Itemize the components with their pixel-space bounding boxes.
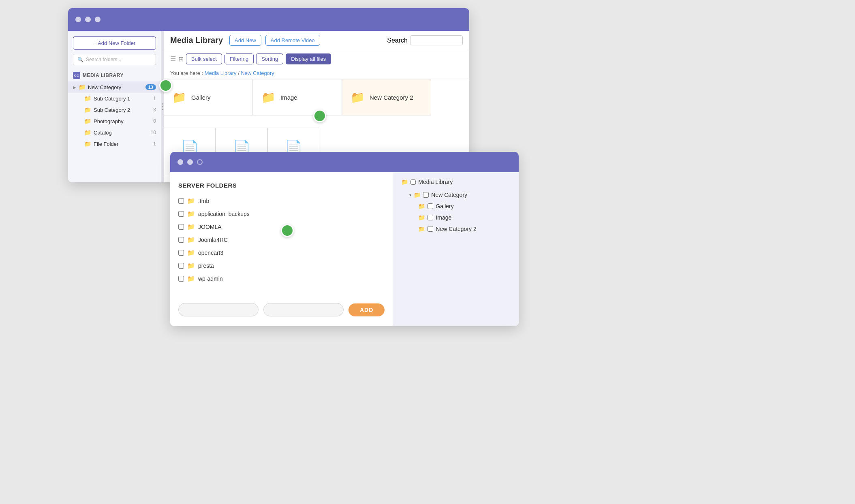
titlebar-1 bbox=[68, 8, 469, 31]
chevron-down-icon: ▾ bbox=[409, 193, 411, 197]
server-folders-window: SERVER FOLDERS 📁 .tmb 📁 application_back… bbox=[170, 152, 519, 326]
window2-body: SERVER FOLDERS 📁 .tmb 📁 application_back… bbox=[170, 172, 519, 326]
folder-new-category[interactable]: ▶ 📁 New Category 13 bbox=[68, 81, 161, 93]
server-item-app-backups[interactable]: 📁 application_backups bbox=[178, 207, 385, 220]
search-label: Search bbox=[387, 37, 408, 44]
search-folders-box[interactable]: 🔍 Search folders... bbox=[73, 54, 156, 65]
subfolder-photography[interactable]: 📁 Photography 0 bbox=[79, 115, 161, 127]
server-item-checkbox[interactable] bbox=[178, 198, 184, 204]
server-item-checkbox[interactable] bbox=[178, 211, 184, 217]
folder-icon: 📁 bbox=[84, 141, 91, 147]
folder-badge: 13 bbox=[145, 84, 156, 90]
folder-icon: 📁 bbox=[414, 192, 421, 198]
subfolder-name: Photography bbox=[94, 118, 146, 124]
media-library-label: CC MEDIA LIBRARY bbox=[68, 69, 161, 81]
subfolder-count: 1 bbox=[149, 141, 156, 147]
item-name: application_backups bbox=[198, 211, 250, 217]
folder-icon: 📁 bbox=[172, 91, 186, 104]
sidebar: + Add New Folder 🔍 Search folders... CC … bbox=[68, 31, 161, 182]
breadcrumb-new-category[interactable]: New Category bbox=[241, 70, 274, 76]
category-name: New Category bbox=[431, 192, 467, 198]
drag-indicator-1 bbox=[159, 79, 172, 92]
traffic-dot-2 bbox=[187, 159, 193, 165]
subfolder-file-folder[interactable]: 📁 File Folder 1 bbox=[79, 138, 161, 149]
server-items-list: 📁 .tmb 📁 application_backups 📁 JOOMLA 📁 bbox=[178, 194, 385, 285]
traffic-dot-3 bbox=[95, 17, 100, 22]
tree-child-new-category-2[interactable]: 📁 New Category 2 bbox=[418, 223, 511, 235]
add-remote-video-button[interactable]: Add Remote Video bbox=[265, 35, 320, 46]
page-title: Media Library bbox=[170, 36, 223, 45]
add-button[interactable]: ADD bbox=[348, 303, 385, 316]
category-checkbox[interactable] bbox=[423, 192, 429, 198]
server-item-checkbox[interactable] bbox=[178, 237, 184, 243]
search-input[interactable] bbox=[410, 35, 463, 45]
server-item-joomla4rc[interactable]: 📁 Joomla4RC bbox=[178, 233, 385, 246]
toolbar: Media Library Add New Add Remote Video S… bbox=[164, 31, 469, 50]
path-input-2[interactable] bbox=[263, 303, 344, 316]
folder-card-new-category-2[interactable]: 📁 New Category 2 bbox=[342, 79, 431, 115]
server-folders-panel: SERVER FOLDERS 📁 .tmb 📁 application_back… bbox=[170, 172, 393, 326]
item-name: presta bbox=[198, 263, 214, 269]
subfolder-sub-category-2[interactable]: 📁 Sub Category 2 3 bbox=[79, 104, 161, 115]
folder-card-gallery[interactable]: 📁 Gallery bbox=[164, 79, 253, 115]
folder-card-name: Gallery bbox=[191, 94, 211, 101]
grid-view-button[interactable]: ⊞ bbox=[178, 55, 184, 63]
folder-icon: 📁 bbox=[187, 210, 195, 218]
subfolder-count: 0 bbox=[149, 118, 156, 124]
server-item-tmb[interactable]: 📁 .tmb bbox=[178, 194, 385, 207]
folder-icon: 📁 bbox=[187, 262, 195, 269]
drag-dot bbox=[162, 103, 163, 105]
filtering-button[interactable]: Filtering bbox=[224, 53, 254, 64]
tree-child-image[interactable]: 📁 Image bbox=[418, 212, 511, 223]
root-checkbox[interactable] bbox=[410, 179, 416, 185]
server-item-checkbox[interactable] bbox=[178, 250, 184, 256]
add-new-button[interactable]: Add New bbox=[229, 35, 261, 46]
child-checkbox[interactable] bbox=[428, 226, 433, 232]
display-all-button[interactable]: Display all files bbox=[286, 53, 331, 64]
server-item-checkbox[interactable] bbox=[178, 276, 184, 282]
item-name: JOOMLA bbox=[198, 224, 222, 230]
item-name: wp-admin bbox=[198, 275, 223, 282]
drag-indicator-2 bbox=[313, 109, 326, 122]
folder-icon: 📁 bbox=[187, 197, 195, 205]
bulk-select-button[interactable]: Bulk select bbox=[186, 53, 222, 64]
folder-icon: 📁 bbox=[79, 84, 86, 90]
folder-name: New Category bbox=[88, 84, 143, 90]
server-item-checkbox[interactable] bbox=[178, 224, 184, 230]
traffic-dot-3 bbox=[197, 159, 203, 165]
server-item-opencart3[interactable]: 📁 opencart3 bbox=[178, 246, 385, 259]
child-checkbox[interactable] bbox=[428, 215, 433, 220]
folder-icon: 📁 bbox=[351, 91, 365, 104]
subfolder-sub-category-1[interactable]: 📁 Sub Category 1 1 bbox=[79, 93, 161, 104]
folder-icon: 📁 bbox=[187, 249, 195, 256]
folder-icon: 📁 bbox=[187, 223, 195, 231]
server-folders-title: SERVER FOLDERS bbox=[178, 182, 385, 189]
bottom-bar: ADD bbox=[178, 295, 385, 316]
search-field: Search bbox=[387, 35, 463, 45]
add-folder-button[interactable]: + Add New Folder bbox=[73, 36, 156, 50]
tree-child-gallery[interactable]: 📁 Gallery bbox=[418, 201, 511, 212]
sorting-button[interactable]: Sorting bbox=[256, 53, 283, 64]
tree-item-new-category[interactable]: ▾ 📁 New Category bbox=[409, 189, 511, 201]
breadcrumb-media-library[interactable]: Media Library bbox=[205, 70, 237, 76]
item-name: Joomla4RC bbox=[198, 237, 228, 243]
list-view-button[interactable]: ☰ bbox=[170, 55, 176, 63]
folder-icon: 📁 bbox=[84, 129, 91, 136]
chevron-right-icon: ▶ bbox=[73, 85, 76, 90]
child-name: Gallery bbox=[436, 203, 453, 209]
breadcrumb-prefix: You are here : bbox=[170, 70, 203, 76]
subfolder-count: 3 bbox=[149, 107, 156, 113]
child-checkbox[interactable] bbox=[428, 203, 433, 209]
item-name: .tmb bbox=[198, 198, 209, 204]
server-item-wp-admin[interactable]: 📁 wp-admin bbox=[178, 272, 385, 285]
traffic-dot-1 bbox=[75, 17, 81, 22]
folder-icon: 📁 bbox=[418, 203, 425, 209]
folder-icon: 📁 bbox=[418, 226, 425, 232]
server-item-presta[interactable]: 📁 presta bbox=[178, 259, 385, 272]
search-icon: 🔍 bbox=[77, 57, 83, 62]
path-input-1[interactable] bbox=[178, 303, 259, 316]
subfolder-catalog[interactable]: 📁 Catalog 10 bbox=[79, 127, 161, 138]
folder-card-image[interactable]: 📁 Image bbox=[253, 79, 342, 115]
server-item-checkbox[interactable] bbox=[178, 263, 184, 269]
breadcrumb: You are here : Media Library / New Categ… bbox=[164, 68, 469, 79]
